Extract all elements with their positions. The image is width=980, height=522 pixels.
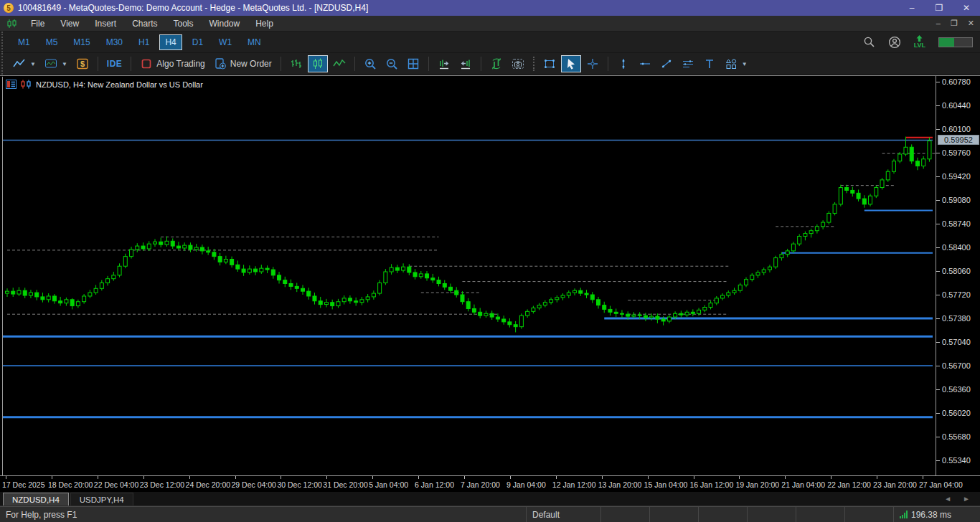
chart-tab-nzdusd-h4[interactable]: NZDUSD,H4 <box>3 493 69 506</box>
select-rect-icon[interactable] <box>540 55 560 72</box>
bear-candle <box>218 257 222 262</box>
bull-candle <box>798 237 801 245</box>
child-restore-button[interactable]: ❐ <box>951 19 958 28</box>
bull-candle <box>88 293 92 296</box>
chart-tab-usdjpy-h4[interactable]: USDJPY,H4 <box>70 493 133 506</box>
bear-candle <box>585 293 588 295</box>
vertical-line-icon[interactable] <box>613 55 633 72</box>
new-order-button-label: New Order <box>230 59 272 69</box>
time-axis-label: 13 Jan 20:00 <box>598 480 642 489</box>
bull-candle <box>17 290 21 294</box>
candles-icon[interactable] <box>308 55 328 72</box>
tile-windows-icon[interactable] <box>403 55 423 72</box>
price-axis-label: 0.60440 <box>942 101 971 110</box>
timeframe-m1[interactable]: M1 <box>12 34 36 50</box>
close-button[interactable]: ✕ <box>953 0 980 16</box>
chevron-down-icon[interactable]: ▼ <box>62 61 67 67</box>
profile-icon[interactable] <box>888 36 901 49</box>
child-close-button[interactable]: ✕ <box>968 19 974 28</box>
level-up-icon[interactable]: LVL <box>914 35 925 49</box>
search-icon[interactable] <box>863 36 875 48</box>
timeframe-m30[interactable]: M30 <box>100 34 128 50</box>
camera-icon[interactable] <box>508 55 528 72</box>
menu-item-window[interactable]: Window <box>202 17 248 30</box>
chevron-down-icon[interactable]: ▼ <box>30 61 36 67</box>
menu-item-file[interactable]: File <box>23 17 52 30</box>
toolbar-grip[interactable] <box>1 53 6 75</box>
bear-candle <box>845 188 849 191</box>
chevron-down-icon[interactable]: ▼ <box>742 61 748 67</box>
price-axis-label: 0.60780 <box>942 77 971 86</box>
bear-candle <box>508 322 512 325</box>
tabs-scroll-left-icon[interactable]: ◄ <box>944 495 951 503</box>
menu-item-charts[interactable]: Charts <box>124 17 165 30</box>
bull-candle <box>260 268 263 272</box>
bear-candle <box>461 295 464 302</box>
bear-candle <box>443 284 446 288</box>
bear-candle <box>301 288 305 291</box>
indicators-icon[interactable]: ▼ <box>41 55 71 72</box>
tabs-scroll-right-icon[interactable]: ► <box>963 495 970 503</box>
restore-button[interactable]: ❐ <box>925 0 953 16</box>
shift-end-icon[interactable] <box>434 55 454 72</box>
time-axis-label: 7 Jan 20:00 <box>461 480 500 489</box>
text-icon[interactable] <box>699 55 720 72</box>
timeframe-h4[interactable]: H4 <box>159 34 182 50</box>
timeframe-mn[interactable]: MN <box>242 34 267 50</box>
timeframe-m15[interactable]: M15 <box>67 34 95 50</box>
bull-candle <box>667 317 671 321</box>
time-axis[interactable]: 17 Dec 202518 Dec 20:0022 Dec 04:0023 De… <box>0 475 980 492</box>
toolbar-grip[interactable] <box>1 32 6 52</box>
crosshair-icon[interactable] <box>583 55 603 72</box>
zoom-in-icon[interactable] <box>360 55 380 72</box>
toolbar-separator <box>281 57 281 71</box>
indicators-icon <box>44 57 57 70</box>
timeframe-m5[interactable]: M5 <box>40 34 64 50</box>
time-tick <box>739 476 740 479</box>
menu-item-insert[interactable]: Insert <box>87 17 124 30</box>
chart-type-icon[interactable]: ▼ <box>9 55 39 72</box>
child-minimize-button[interactable]: – <box>936 19 941 28</box>
dollar-icon[interactable]: $ <box>72 55 93 72</box>
minimize-button[interactable]: – <box>898 0 925 16</box>
horizontal-line-icon[interactable] <box>635 55 655 72</box>
price-axis[interactable]: 0.607800.604400.601000.597600.594200.590… <box>936 76 980 476</box>
time-tick <box>923 476 923 479</box>
timeframe-w1[interactable]: W1 <box>213 34 237 50</box>
cursor-icon[interactable] <box>561 55 581 72</box>
menu-item-tools[interactable]: Tools <box>166 17 202 30</box>
timeframe-d1[interactable]: D1 <box>187 34 209 50</box>
shapes-icon[interactable]: ▼ <box>721 55 751 72</box>
timeframe-h1[interactable]: H1 <box>133 34 155 50</box>
line-chart-icon[interactable] <box>329 55 349 72</box>
level-progress-bar <box>938 37 973 47</box>
bull-candle <box>154 242 157 244</box>
line-chart-icon <box>333 57 346 70</box>
crosshair-icon <box>586 57 599 70</box>
menu-item-view[interactable]: View <box>52 17 87 30</box>
time-axis-label: 9 Jan 04:00 <box>507 480 546 489</box>
bull-candle <box>100 283 103 289</box>
zoom-out-icon[interactable] <box>382 55 402 72</box>
channel-icon[interactable] <box>678 55 698 72</box>
ide-button[interactable]: IDE <box>103 55 126 72</box>
time-tick <box>98 476 98 479</box>
auto-scroll-icon[interactable] <box>486 55 507 72</box>
bull-candle <box>402 267 405 270</box>
shift-left-icon[interactable] <box>456 55 476 72</box>
bear-candle <box>514 325 517 327</box>
bars-icon[interactable] <box>286 55 306 72</box>
bull-candle <box>484 313 488 315</box>
candlestick-chart[interactable] <box>3 77 936 476</box>
new-order-button[interactable]: New Order <box>210 55 275 72</box>
bear-candle <box>176 246 180 248</box>
bull-candle <box>183 245 187 248</box>
menu-item-help[interactable]: Help <box>248 17 281 30</box>
price-tick <box>936 318 940 319</box>
one-click-trading-icon[interactable] <box>21 80 32 89</box>
chart-window[interactable]: NZDUSD, H4: New Zealand Dollar vs US Dol… <box>0 75 980 475</box>
depth-of-market-icon[interactable] <box>6 80 17 89</box>
trendline-icon[interactable] <box>656 55 677 72</box>
algo-trading-button[interactable]: Algo Trading <box>136 55 208 72</box>
bull-candle <box>165 241 169 245</box>
